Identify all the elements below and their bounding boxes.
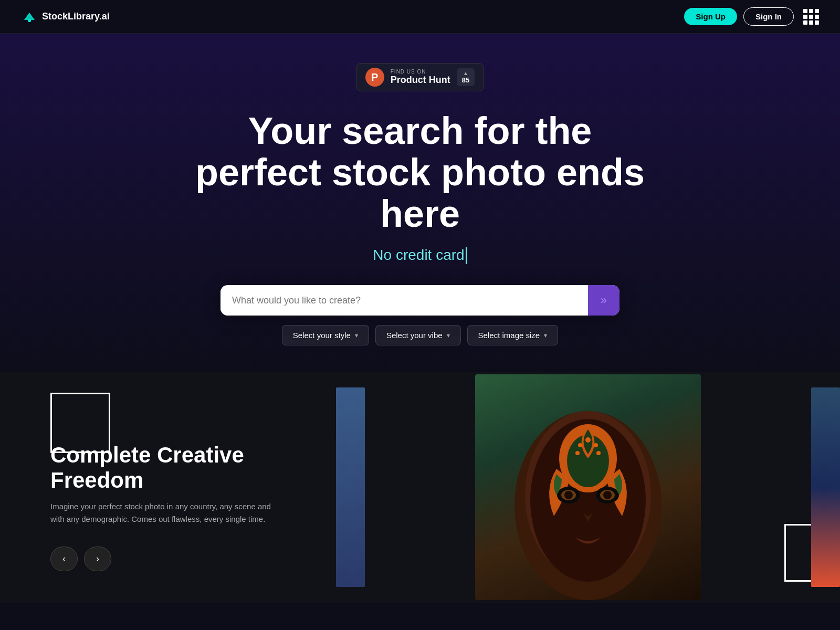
carousel-nav: ‹ › [50, 547, 310, 571]
logo-text: StockLibrary.ai [42, 11, 110, 22]
product-hunt-name: Product Hunt [391, 75, 450, 86]
svg-point-14 [594, 443, 598, 447]
size-dropdown[interactable]: Select image size ▾ [467, 325, 559, 345]
size-chevron-icon: ▾ [544, 332, 547, 339]
product-hunt-logo: P [365, 68, 384, 87]
svg-point-16 [596, 451, 601, 455]
bracket-bottom-left [50, 422, 82, 453]
bracket-top-right [79, 393, 110, 424]
signin-button[interactable]: Sign In [743, 7, 794, 26]
svg-point-10 [564, 491, 573, 499]
svg-point-11 [603, 491, 612, 499]
prev-button[interactable]: ‹ [50, 547, 78, 571]
style-dropdown-label: Select your style [293, 331, 351, 340]
hero-headline-line2: perfect stock photo ends here [195, 151, 645, 235]
svg-point-12 [585, 437, 591, 443]
hero-headline: Your search for the perfect stock photo … [184, 110, 656, 235]
next-button[interactable]: › [84, 547, 111, 571]
logo[interactable]: StockLibrary.ai [21, 8, 110, 25]
product-hunt-text: FIND Us ON Product Hunt [391, 69, 450, 86]
hero-subtext: No credit card [373, 247, 467, 265]
bracket-top-left [50, 393, 82, 424]
svg-point-15 [575, 451, 580, 455]
search-input[interactable] [220, 286, 588, 316]
cursor-blink [466, 247, 467, 264]
product-hunt-upvote: ▲ 85 [457, 68, 475, 86]
tribal-face-svg [475, 374, 701, 600]
feature-right-panel [336, 372, 840, 603]
feature-description: Imagine your perfect stock photo in any … [50, 500, 271, 526]
side-image-left [336, 387, 365, 587]
style-chevron-icon: ▾ [355, 332, 358, 339]
navbar: StockLibrary.ai Sign Up Sign In [0, 0, 840, 34]
grid-menu-icon[interactable] [803, 9, 819, 25]
feature-section: Complete Creative Freedom Imagine your p… [0, 372, 840, 603]
style-dropdown[interactable]: Select your style ▾ [282, 325, 369, 345]
nav-actions: Sign Up Sign In [684, 7, 819, 26]
side-image-right [811, 387, 840, 587]
vibe-chevron-icon: ▾ [447, 332, 450, 339]
size-dropdown-label: Select image size [478, 331, 540, 340]
hero-section: P FIND Us ON Product Hunt ▲ 85 Your sear… [0, 34, 840, 372]
signup-button[interactable]: Sign Up [684, 8, 737, 25]
product-hunt-badge[interactable]: P FIND Us ON Product Hunt ▲ 85 [356, 63, 484, 91]
svg-point-13 [578, 443, 582, 447]
vibe-dropdown[interactable]: Select your vibe ▾ [375, 325, 461, 345]
search-bar: » [220, 285, 620, 316]
main-image [475, 374, 701, 600]
search-arrow-icon: » [601, 293, 607, 307]
logo-icon [21, 8, 38, 25]
vibe-dropdown-label: Select your vibe [386, 331, 443, 340]
filter-dropdowns: Select your style ▾ Select your vibe ▾ S… [282, 325, 558, 345]
search-button[interactable]: » [588, 285, 620, 316]
hero-headline-line1: Your search for the [248, 110, 592, 152]
product-hunt-find-label: FIND Us ON [391, 69, 450, 75]
svg-rect-0 [28, 19, 31, 22]
bracket-bottom-right [79, 422, 110, 453]
feature-left-panel: Complete Creative Freedom Imagine your p… [0, 372, 336, 603]
